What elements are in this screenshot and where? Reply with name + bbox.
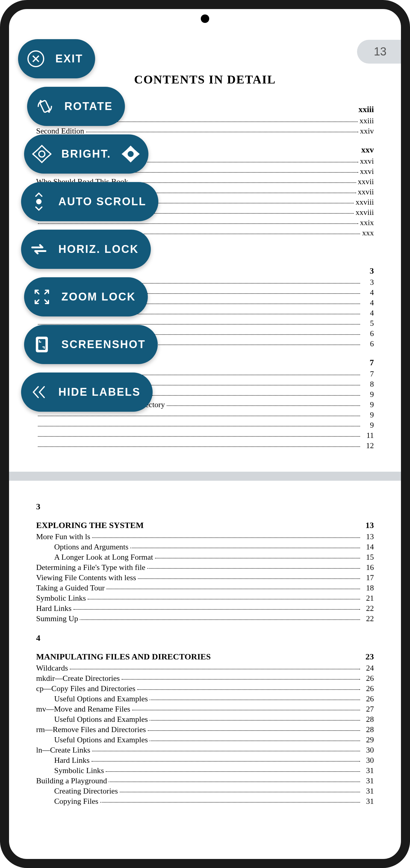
toc-entry-title: Hard Links [36, 755, 90, 765]
toc-entry-page: 6 [362, 329, 374, 338]
screenshot-icon [31, 334, 53, 355]
toc-entry-page: 5 [362, 318, 374, 328]
content-area: 13 CONTENTS IN DETAIL xxiiixxiiiSecond E… [9, 33, 401, 859]
brightness-button[interactable]: BRIGHT. [24, 134, 148, 174]
toc-entry-page: 28 [362, 725, 374, 735]
brightness-low-icon [31, 144, 53, 164]
svg-rect-1 [40, 100, 50, 113]
toc-entry-title: rm—Remove Files and Directories [36, 725, 146, 735]
brightness-label: BRIGHT. [61, 148, 111, 160]
screenshot-button[interactable]: SCREENSHOT [24, 325, 158, 364]
exit-label: EXIT [56, 53, 83, 65]
toc-entry-page: 14 [362, 542, 374, 552]
toc-entry-page: 21 [362, 593, 374, 603]
fab-menu: EXIT ROTATE BRIGHT. [18, 39, 158, 412]
phone-camera [201, 14, 209, 23]
toc-entry-page: 26 [362, 684, 374, 693]
screenshot-label: SCREENSHOT [61, 338, 146, 351]
svg-point-3 [128, 151, 134, 157]
toc-entry-page: xxviii [355, 208, 374, 217]
toc-entry-title: Options and Arguments [36, 542, 129, 552]
horiz-lock-icon [28, 239, 49, 260]
page-indicator: 13 [357, 40, 401, 64]
toc-entry-title: Useful Options and Examples [36, 694, 148, 704]
toc-entry-page: xxx [362, 228, 374, 238]
toc-entry-page: 15 [362, 553, 374, 562]
toc-entry-page: 9 [362, 421, 374, 430]
toc-entry-page: 31 [362, 797, 374, 806]
toc-entry-title: ln—Create Links [36, 745, 90, 755]
screen: 13 CONTENTS IN DETAIL xxiiixxiiiSecond E… [9, 9, 401, 859]
toc-entry-page: 4 [362, 288, 374, 298]
chevron-left-double-icon [28, 381, 49, 403]
exit-button[interactable]: EXIT [18, 39, 95, 79]
toc-entry-title: Useful Options and Examples [36, 715, 148, 724]
horiz-lock-label: HORIZ. LOCK [58, 243, 139, 255]
toc-entry-page: xxviii [355, 197, 374, 207]
zoom-lock-label: ZOOM LOCK [61, 290, 136, 303]
toc-entry-page: 29 [362, 735, 374, 745]
toc-entry-page: xxvii [358, 187, 374, 197]
toc-entry-page: 30 [362, 745, 374, 755]
toc-entry-title: Copying Files [36, 797, 98, 806]
toc-entry-page: 22 [362, 604, 374, 613]
toc-entry[interactable]: 12 [36, 441, 374, 451]
page-gap [9, 472, 401, 481]
rotate-button[interactable]: ROTATE [27, 87, 125, 126]
zoom-lock-button[interactable]: ZOOM LOCK [24, 277, 148, 316]
toc-entry-page: 9 [362, 390, 374, 399]
toc-entry-page: xxix [360, 218, 374, 227]
toc-entry-page: 7 [362, 369, 374, 379]
toc-entry-page: 31 [362, 786, 374, 796]
toc-entry-page: 8 [362, 379, 374, 389]
section-heading: EXPLORING THE SYSTEM13 [36, 521, 374, 530]
toc-entry-page: 11 [362, 431, 374, 440]
toc-entry-page: 9 [362, 410, 374, 420]
horiz-lock-button[interactable]: HORIZ. LOCK [21, 230, 151, 269]
toc-entry-title: Building a Playground [36, 776, 107, 786]
auto-scroll-label: AUTO SCROLL [58, 195, 146, 208]
toc-entry-page: 31 [362, 776, 374, 786]
hide-labels-label: HIDE LABELS [58, 386, 141, 398]
toc-entry-page: 24 [362, 663, 374, 673]
auto-scroll-button[interactable]: AUTO SCROLL [21, 182, 158, 221]
toc-entry-title: Determining a File's Type with file [36, 563, 145, 572]
section-heading: MANIPULATING FILES AND DIRECTORIES23 [36, 652, 374, 661]
close-icon [25, 48, 46, 69]
toc-entry-page: xxiv [360, 126, 374, 136]
section-number: 4 [36, 633, 374, 643]
toc-entry-page: xxvi [360, 156, 374, 166]
toc-entry-title: More Fun with ls [36, 532, 90, 541]
toc-entry-page: 13 [362, 532, 374, 541]
toc-entry-page: xxiii [360, 116, 374, 126]
svg-point-2 [39, 151, 45, 157]
toc-entry-title: A Longer Look at Long Format [36, 553, 153, 562]
toc-entry-page: 9 [362, 400, 374, 410]
svg-point-4 [36, 199, 41, 204]
toc-entry-page: 28 [362, 715, 374, 724]
brightness-high-icon [120, 144, 141, 164]
hide-labels-button[interactable]: HIDE LABELS [21, 373, 152, 412]
toc-entry-page: 26 [362, 694, 374, 704]
toc-entry-title: Hard Links [36, 604, 72, 613]
toc-entry-title: cp—Copy Files and Directories [36, 684, 135, 693]
toc-entry-title: Wildcards [36, 663, 68, 673]
toc-entry-page: 12 [362, 441, 374, 451]
toc-entry-page: 26 [362, 674, 374, 683]
toc-entry[interactable]: Summing Up22 [36, 614, 374, 624]
toc-entry-page: xxvi [360, 167, 374, 176]
toc-entry[interactable]: Copying Files31 [36, 797, 374, 806]
toc-entry-page: 4 [362, 298, 374, 308]
rotate-label: ROTATE [64, 100, 113, 113]
toc-entry-page: 6 [362, 339, 374, 349]
toc-entry-page: xxvii [358, 177, 374, 187]
toc-entry-page: 30 [362, 755, 374, 765]
toc-entry-page: 4 [362, 308, 374, 318]
zoom-lock-icon [31, 286, 53, 307]
toc-entry-page: 18 [362, 583, 374, 593]
toc-entry-title: mkdir—Create Directories [36, 674, 120, 683]
toc-entry-title: Symbolic Links [36, 766, 104, 775]
rotate-icon [34, 96, 56, 117]
toc-entry-page: 31 [362, 766, 374, 775]
toc-entry-page: 27 [362, 704, 374, 714]
